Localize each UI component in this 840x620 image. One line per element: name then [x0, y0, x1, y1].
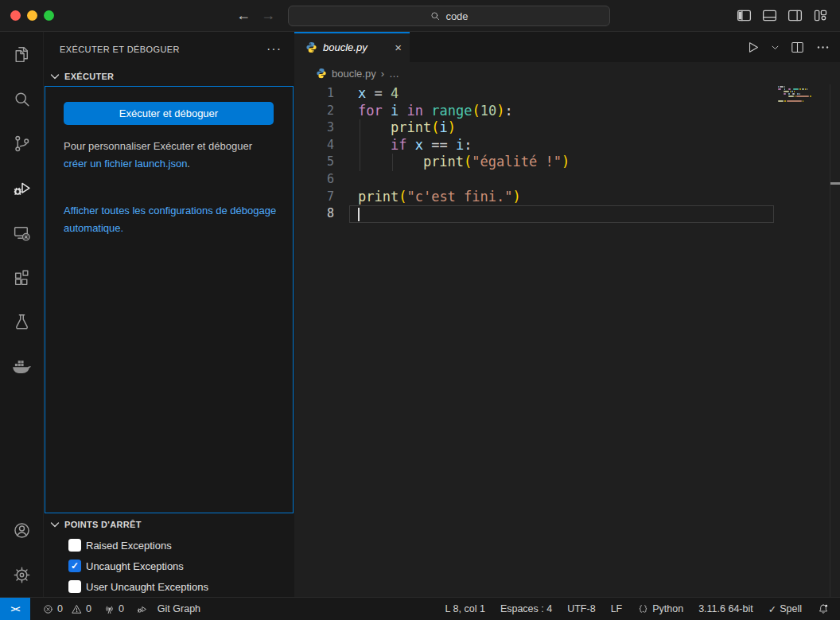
tab-label: boucle.py [323, 41, 368, 53]
create-launch-json-link[interactable]: créer un fichier launch.json [64, 158, 187, 170]
git-graph-label: Git Graph [158, 603, 200, 614]
section-breakpoints[interactable]: POINTS D'ARRÊT [44, 516, 294, 533]
search-icon [12, 89, 32, 109]
flask-icon [12, 312, 32, 332]
sidebar-item-run-and-debug[interactable] [0, 166, 43, 210]
checkbox-unchecked[interactable] [68, 539, 81, 552]
sidebar-item-testing[interactable] [0, 299, 43, 344]
zoom-window-button[interactable] [44, 10, 54, 21]
line-number[interactable]: 6 [294, 171, 334, 189]
account-icon [12, 521, 32, 540]
error-count: 0 [57, 603, 63, 614]
customize-layout-icon[interactable] [812, 7, 829, 24]
close-window-button[interactable] [10, 10, 21, 21]
hint-suffix: . [187, 158, 190, 170]
editor-more-actions-icon[interactable] [815, 40, 830, 55]
code-line[interactable]: x = 4 [358, 85, 399, 103]
encoding-status[interactable]: UTF-8 [567, 603, 595, 614]
eol-status[interactable]: LF [611, 603, 623, 614]
run-and-debug-sidebar: EXÉCUTER ET DÉBOGUER ··· EXÉCUTER Exécut… [44, 32, 294, 597]
line-number[interactable]: 5 [294, 154, 334, 171]
code-line[interactable]: if x == i: [358, 137, 472, 154]
checkbox-checked[interactable]: ✓ [68, 560, 81, 572]
run-file-icon[interactable] [745, 40, 760, 55]
forward-icon[interactable]: → [258, 5, 278, 25]
toggle-panel-icon[interactable] [761, 7, 778, 24]
files-icon [12, 45, 32, 64]
cursor-position-status[interactable]: L 8, col 1 [445, 603, 485, 614]
chevron-down-icon [49, 518, 61, 531]
breadcrumb[interactable]: boucle.py › … [294, 62, 840, 84]
remote-explorer-icon [12, 223, 32, 243]
minimize-window-button[interactable] [27, 10, 37, 21]
language-status[interactable]: Python [637, 603, 683, 615]
current-line-highlight [349, 205, 774, 223]
sidebar-item-remote-explorer[interactable] [0, 210, 43, 255]
command-center-search[interactable]: code [288, 6, 610, 26]
breakpoint-row[interactable]: Raised Exceptions [44, 535, 294, 556]
code-line[interactable]: print("c'est fini.") [358, 189, 521, 206]
line-number[interactable]: 2 [294, 103, 334, 120]
chevron-down-icon [49, 70, 61, 83]
sidebar-item-docker[interactable] [0, 344, 43, 388]
remote-indicator[interactable]: >< [0, 598, 30, 620]
show-auto-debug-configs-link[interactable]: Afficher toutes les configurations de dé… [64, 205, 276, 234]
interpreter-status[interactable]: 3.11.6 64-bit [698, 603, 753, 614]
breakpoint-label: Uncaught Exceptions [86, 560, 184, 572]
line-number[interactable]: 4 [294, 137, 334, 154]
checkbox-unchecked[interactable] [68, 580, 81, 593]
tab-boucle-py[interactable]: boucle.py × [294, 32, 410, 62]
run-and-debug-button[interactable]: Exécuter et déboguer [64, 102, 274, 125]
code-editor[interactable]: 12345678 x = 4for i in range(10): print(… [294, 84, 840, 597]
sidebar-item-extensions[interactable] [0, 255, 43, 299]
git-graph-status[interactable]: Git Graph [136, 603, 200, 615]
check-icon: ✓ [768, 603, 776, 615]
breadcrumb-symbol[interactable]: … [389, 68, 399, 80]
sidebar-item-search[interactable] [0, 76, 43, 121]
spell-status[interactable]: ✓ Spell [768, 603, 802, 615]
sidebar-item-explorer[interactable] [0, 32, 43, 76]
close-tab-icon[interactable]: × [395, 41, 402, 54]
toggle-secondary-sidebar-icon[interactable] [787, 7, 803, 24]
line-number[interactable]: 1 [294, 85, 334, 103]
minimap[interactable] [778, 86, 826, 105]
braces-icon [637, 603, 649, 615]
status-bar: >< 0 0 0 Git Graph L 8, col 1 Espaces : … [0, 597, 840, 620]
gear-icon [12, 565, 32, 585]
indentation-status[interactable]: Espaces : 4 [500, 603, 552, 614]
tab-bar: boucle.py × [294, 32, 840, 62]
back-icon[interactable]: ← [233, 5, 254, 25]
split-editor-icon[interactable] [790, 40, 805, 55]
notifications-bell[interactable] [817, 602, 830, 615]
breakpoint-row[interactable]: ✓Uncaught Exceptions [44, 556, 294, 576]
breadcrumb-separator: › [381, 68, 384, 80]
account-button[interactable] [0, 508, 43, 552]
search-value: code [445, 10, 468, 22]
line-number[interactable]: 7 [294, 189, 334, 206]
problems-status[interactable]: 0 0 [42, 603, 91, 615]
pane-title: EXÉCUTER ET DÉBOGUER [60, 45, 180, 54]
toggle-primary-sidebar-icon[interactable] [736, 7, 752, 24]
ports-status[interactable]: 0 [103, 603, 124, 615]
code-line[interactable]: print(i) [358, 119, 456, 137]
line-number[interactable]: 8 [294, 205, 334, 223]
language-label: Python [652, 603, 683, 614]
hint-text: Pour personnaliser Exécuter et déboguer [64, 140, 252, 152]
breakpoint-row[interactable]: User Uncaught Exceptions [44, 576, 294, 597]
section-executer[interactable]: EXÉCUTER [44, 68, 294, 85]
sidebar-item-source-control[interactable] [0, 121, 43, 166]
python-icon [305, 41, 317, 53]
git-graph-icon [136, 603, 148, 615]
title-bar: ← → code [0, 0, 840, 32]
ports-count: 0 [119, 603, 124, 614]
run-section-body: Exécuter et déboguer Pour personnaliser … [45, 86, 294, 513]
settings-button[interactable] [0, 552, 43, 597]
run-dropdown-chevron-icon[interactable] [771, 43, 780, 52]
line-number[interactable]: 3 [294, 119, 334, 137]
code-line[interactable]: print("égalité !") [358, 154, 570, 171]
more-actions-icon[interactable]: ··· [266, 42, 282, 57]
warning-icon [71, 603, 83, 615]
breadcrumb-file[interactable]: boucle.py [332, 68, 376, 80]
bell-icon [817, 602, 830, 615]
code-line[interactable]: for i in range(10): [358, 103, 513, 120]
